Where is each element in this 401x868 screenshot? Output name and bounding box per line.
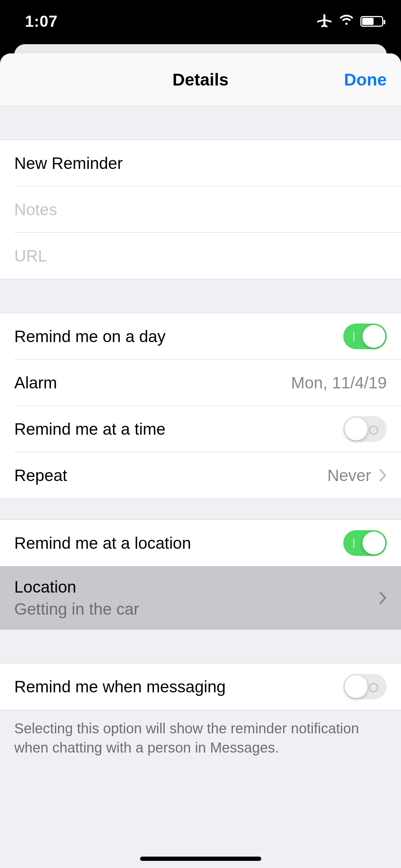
messaging-section: Remind me when messaging <box>0 663 401 710</box>
remind-messaging-row: Remind me when messaging <box>0 663 401 710</box>
remind-day-row: Remind me on a day <box>0 313 401 360</box>
location-value: Getting in the car <box>14 599 139 619</box>
section-spacer <box>0 106 401 140</box>
wifi-icon <box>339 13 354 30</box>
done-button[interactable]: Done <box>344 53 387 106</box>
notes-row[interactable] <box>0 186 401 233</box>
alarm-label: Alarm <box>14 373 57 392</box>
battery-icon <box>360 16 383 27</box>
repeat-label: Repeat <box>14 466 67 485</box>
details-modal: Details Done Remind me on a day Alarm Mo… <box>0 53 401 868</box>
location-label: Location <box>14 577 139 596</box>
remind-location-label: Remind me at a location <box>14 533 191 553</box>
remind-time-toggle[interactable] <box>343 416 387 442</box>
modal-navbar: Details Done <box>0 53 401 106</box>
url-row[interactable] <box>0 233 401 279</box>
messaging-footer-note: Selecting this option will show the remi… <box>0 710 401 766</box>
status-bar: 1:07 <box>0 0 401 43</box>
reminder-title-input[interactable] <box>14 141 387 186</box>
day-time-section: Remind me on a day Alarm Mon, 11/4/19 Re… <box>0 313 401 499</box>
status-icons <box>316 12 383 30</box>
airplane-mode-icon <box>316 12 333 30</box>
remind-day-toggle[interactable] <box>343 324 387 349</box>
remind-day-label: Remind me on a day <box>14 327 165 346</box>
repeat-value: Never <box>327 466 371 485</box>
repeat-row[interactable]: Repeat Never <box>0 452 401 498</box>
remind-time-row: Remind me at a time <box>0 406 401 452</box>
remind-time-label: Remind me at a time <box>14 419 165 439</box>
chevron-right-icon <box>379 469 387 482</box>
title-notes-section <box>0 140 401 279</box>
home-indicator <box>140 857 261 861</box>
chevron-right-icon <box>379 591 387 605</box>
alarm-value: Mon, 11/4/19 <box>291 373 387 392</box>
section-spacer <box>0 499 401 520</box>
location-section: Remind me at a location <box>0 520 401 566</box>
location-row[interactable]: Location Getting in the car <box>0 566 401 630</box>
remind-messaging-label: Remind me when messaging <box>14 677 226 696</box>
reminder-title-row[interactable] <box>0 140 401 186</box>
url-input[interactable] <box>14 233 387 278</box>
remind-location-row: Remind me at a location <box>0 520 401 566</box>
section-spacer <box>0 279 401 313</box>
remind-location-toggle[interactable] <box>343 530 387 556</box>
page-title: Details <box>173 70 228 89</box>
section-spacer <box>0 630 401 663</box>
status-time: 1:07 <box>25 12 58 30</box>
notes-input[interactable] <box>14 187 387 232</box>
remind-messaging-toggle[interactable] <box>343 674 387 699</box>
alarm-row[interactable]: Alarm Mon, 11/4/19 <box>0 360 401 406</box>
